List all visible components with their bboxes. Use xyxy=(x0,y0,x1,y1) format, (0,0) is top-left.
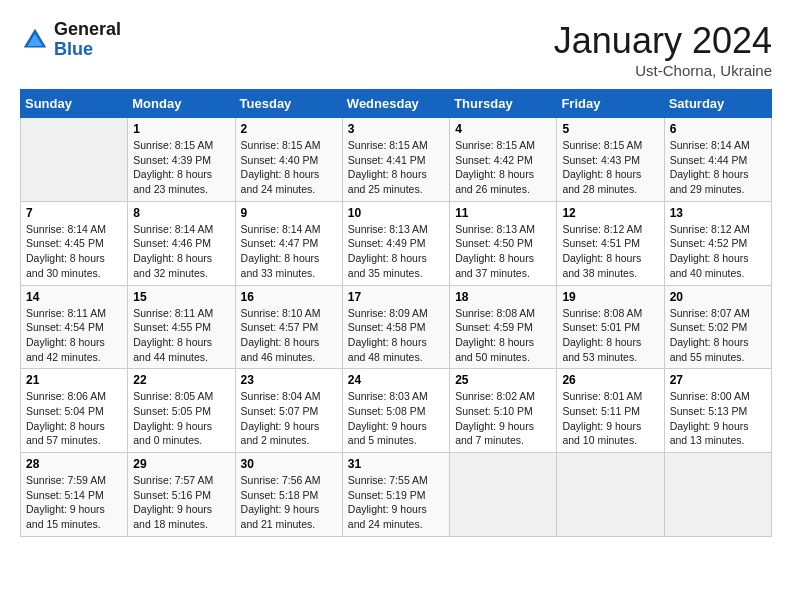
calendar-cell: 20Sunrise: 8:07 AM Sunset: 5:02 PM Dayli… xyxy=(664,285,771,369)
day-number: 19 xyxy=(562,290,658,304)
calendar-week-row: 1Sunrise: 8:15 AM Sunset: 4:39 PM Daylig… xyxy=(21,118,772,202)
weekday-header-cell: Saturday xyxy=(664,90,771,118)
day-info: Sunrise: 8:15 AM Sunset: 4:42 PM Dayligh… xyxy=(455,138,551,197)
weekday-header-cell: Tuesday xyxy=(235,90,342,118)
day-number: 24 xyxy=(348,373,444,387)
day-info: Sunrise: 8:09 AM Sunset: 4:58 PM Dayligh… xyxy=(348,306,444,365)
weekday-header-cell: Friday xyxy=(557,90,664,118)
day-number: 15 xyxy=(133,290,229,304)
day-info: Sunrise: 8:02 AM Sunset: 5:10 PM Dayligh… xyxy=(455,389,551,448)
calendar-cell: 27Sunrise: 8:00 AM Sunset: 5:13 PM Dayli… xyxy=(664,369,771,453)
day-number: 7 xyxy=(26,206,122,220)
calendar-cell: 13Sunrise: 8:12 AM Sunset: 4:52 PM Dayli… xyxy=(664,201,771,285)
calendar-week-row: 21Sunrise: 8:06 AM Sunset: 5:04 PM Dayli… xyxy=(21,369,772,453)
title-block: January 2024 Ust-Chorna, Ukraine xyxy=(554,20,772,79)
day-info: Sunrise: 8:11 AM Sunset: 4:54 PM Dayligh… xyxy=(26,306,122,365)
day-number: 28 xyxy=(26,457,122,471)
day-number: 20 xyxy=(670,290,766,304)
calendar-cell: 10Sunrise: 8:13 AM Sunset: 4:49 PM Dayli… xyxy=(342,201,449,285)
day-number: 31 xyxy=(348,457,444,471)
day-number: 27 xyxy=(670,373,766,387)
calendar-cell xyxy=(664,453,771,537)
calendar-cell: 21Sunrise: 8:06 AM Sunset: 5:04 PM Dayli… xyxy=(21,369,128,453)
day-number: 9 xyxy=(241,206,337,220)
calendar-cell: 8Sunrise: 8:14 AM Sunset: 4:46 PM Daylig… xyxy=(128,201,235,285)
weekday-header-cell: Monday xyxy=(128,90,235,118)
day-number: 17 xyxy=(348,290,444,304)
day-info: Sunrise: 8:15 AM Sunset: 4:39 PM Dayligh… xyxy=(133,138,229,197)
day-number: 3 xyxy=(348,122,444,136)
day-info: Sunrise: 8:15 AM Sunset: 4:43 PM Dayligh… xyxy=(562,138,658,197)
day-info: Sunrise: 8:03 AM Sunset: 5:08 PM Dayligh… xyxy=(348,389,444,448)
calendar-cell: 19Sunrise: 8:08 AM Sunset: 5:01 PM Dayli… xyxy=(557,285,664,369)
calendar-cell: 23Sunrise: 8:04 AM Sunset: 5:07 PM Dayli… xyxy=(235,369,342,453)
calendar-cell: 24Sunrise: 8:03 AM Sunset: 5:08 PM Dayli… xyxy=(342,369,449,453)
day-info: Sunrise: 8:06 AM Sunset: 5:04 PM Dayligh… xyxy=(26,389,122,448)
month-title: January 2024 xyxy=(554,20,772,62)
day-info: Sunrise: 7:59 AM Sunset: 5:14 PM Dayligh… xyxy=(26,473,122,532)
calendar-cell xyxy=(557,453,664,537)
day-info: Sunrise: 8:15 AM Sunset: 4:40 PM Dayligh… xyxy=(241,138,337,197)
calendar-cell: 14Sunrise: 8:11 AM Sunset: 4:54 PM Dayli… xyxy=(21,285,128,369)
calendar-cell: 16Sunrise: 8:10 AM Sunset: 4:57 PM Dayli… xyxy=(235,285,342,369)
calendar-cell: 26Sunrise: 8:01 AM Sunset: 5:11 PM Dayli… xyxy=(557,369,664,453)
calendar-cell: 15Sunrise: 8:11 AM Sunset: 4:55 PM Dayli… xyxy=(128,285,235,369)
page-header: GeneralBlue January 2024 Ust-Chorna, Ukr… xyxy=(20,20,772,79)
calendar-table: SundayMondayTuesdayWednesdayThursdayFrid… xyxy=(20,89,772,537)
day-number: 1 xyxy=(133,122,229,136)
day-number: 11 xyxy=(455,206,551,220)
day-info: Sunrise: 8:05 AM Sunset: 5:05 PM Dayligh… xyxy=(133,389,229,448)
calendar-week-row: 14Sunrise: 8:11 AM Sunset: 4:54 PM Dayli… xyxy=(21,285,772,369)
day-info: Sunrise: 7:57 AM Sunset: 5:16 PM Dayligh… xyxy=(133,473,229,532)
day-info: Sunrise: 8:14 AM Sunset: 4:46 PM Dayligh… xyxy=(133,222,229,281)
day-number: 10 xyxy=(348,206,444,220)
day-number: 6 xyxy=(670,122,766,136)
day-number: 22 xyxy=(133,373,229,387)
calendar-cell: 9Sunrise: 8:14 AM Sunset: 4:47 PM Daylig… xyxy=(235,201,342,285)
day-info: Sunrise: 8:01 AM Sunset: 5:11 PM Dayligh… xyxy=(562,389,658,448)
calendar-cell xyxy=(450,453,557,537)
calendar-cell: 25Sunrise: 8:02 AM Sunset: 5:10 PM Dayli… xyxy=(450,369,557,453)
day-info: Sunrise: 8:14 AM Sunset: 4:44 PM Dayligh… xyxy=(670,138,766,197)
calendar-cell: 12Sunrise: 8:12 AM Sunset: 4:51 PM Dayli… xyxy=(557,201,664,285)
day-number: 13 xyxy=(670,206,766,220)
day-info: Sunrise: 7:55 AM Sunset: 5:19 PM Dayligh… xyxy=(348,473,444,532)
day-info: Sunrise: 8:08 AM Sunset: 5:01 PM Dayligh… xyxy=(562,306,658,365)
day-info: Sunrise: 8:10 AM Sunset: 4:57 PM Dayligh… xyxy=(241,306,337,365)
logo-icon xyxy=(20,25,50,55)
day-number: 18 xyxy=(455,290,551,304)
day-number: 16 xyxy=(241,290,337,304)
day-number: 21 xyxy=(26,373,122,387)
weekday-header-cell: Wednesday xyxy=(342,90,449,118)
calendar-cell: 17Sunrise: 8:09 AM Sunset: 4:58 PM Dayli… xyxy=(342,285,449,369)
day-info: Sunrise: 8:08 AM Sunset: 4:59 PM Dayligh… xyxy=(455,306,551,365)
day-number: 30 xyxy=(241,457,337,471)
day-info: Sunrise: 8:13 AM Sunset: 4:50 PM Dayligh… xyxy=(455,222,551,281)
calendar-cell: 30Sunrise: 7:56 AM Sunset: 5:18 PM Dayli… xyxy=(235,453,342,537)
weekday-header-row: SundayMondayTuesdayWednesdayThursdayFrid… xyxy=(21,90,772,118)
day-info: Sunrise: 8:11 AM Sunset: 4:55 PM Dayligh… xyxy=(133,306,229,365)
calendar-cell xyxy=(21,118,128,202)
day-info: Sunrise: 8:15 AM Sunset: 4:41 PM Dayligh… xyxy=(348,138,444,197)
day-info: Sunrise: 8:12 AM Sunset: 4:51 PM Dayligh… xyxy=(562,222,658,281)
day-info: Sunrise: 8:14 AM Sunset: 4:45 PM Dayligh… xyxy=(26,222,122,281)
calendar-cell: 3Sunrise: 8:15 AM Sunset: 4:41 PM Daylig… xyxy=(342,118,449,202)
calendar-cell: 5Sunrise: 8:15 AM Sunset: 4:43 PM Daylig… xyxy=(557,118,664,202)
day-number: 25 xyxy=(455,373,551,387)
day-number: 5 xyxy=(562,122,658,136)
day-info: Sunrise: 8:14 AM Sunset: 4:47 PM Dayligh… xyxy=(241,222,337,281)
weekday-header-cell: Thursday xyxy=(450,90,557,118)
day-info: Sunrise: 8:12 AM Sunset: 4:52 PM Dayligh… xyxy=(670,222,766,281)
calendar-cell: 11Sunrise: 8:13 AM Sunset: 4:50 PM Dayli… xyxy=(450,201,557,285)
day-info: Sunrise: 8:07 AM Sunset: 5:02 PM Dayligh… xyxy=(670,306,766,365)
day-info: Sunrise: 8:04 AM Sunset: 5:07 PM Dayligh… xyxy=(241,389,337,448)
calendar-cell: 18Sunrise: 8:08 AM Sunset: 4:59 PM Dayli… xyxy=(450,285,557,369)
day-number: 29 xyxy=(133,457,229,471)
calendar-cell: 31Sunrise: 7:55 AM Sunset: 5:19 PM Dayli… xyxy=(342,453,449,537)
weekday-header-cell: Sunday xyxy=(21,90,128,118)
day-number: 12 xyxy=(562,206,658,220)
calendar-cell: 22Sunrise: 8:05 AM Sunset: 5:05 PM Dayli… xyxy=(128,369,235,453)
calendar-cell: 29Sunrise: 7:57 AM Sunset: 5:16 PM Dayli… xyxy=(128,453,235,537)
calendar-cell: 2Sunrise: 8:15 AM Sunset: 4:40 PM Daylig… xyxy=(235,118,342,202)
logo: GeneralBlue xyxy=(20,20,121,60)
